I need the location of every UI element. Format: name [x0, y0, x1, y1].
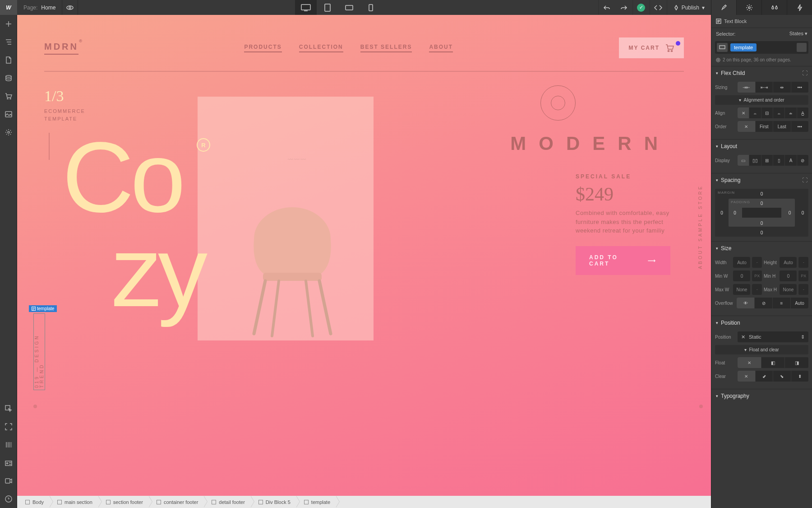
display-flex[interactable]: ▯▯	[749, 155, 761, 166]
states-dropdown[interactable]: States ▾	[789, 31, 807, 37]
page-name[interactable]: Home	[41, 5, 62, 11]
crumb-container-footer[interactable]: container footer	[148, 496, 203, 508]
overflow-scroll[interactable]: ≡	[773, 298, 791, 308]
display-inline[interactable]: A	[785, 155, 797, 166]
crumb-body[interactable]: Body	[17, 496, 49, 508]
video-button[interactable]	[0, 472, 17, 490]
nav-about[interactable]: ABOUT	[429, 44, 453, 52]
pages-button[interactable]	[0, 51, 17, 69]
device-tablet[interactable]	[317, 0, 338, 15]
align-reset[interactable]: ✕	[738, 107, 749, 118]
selector-device-icon[interactable]	[717, 43, 728, 52]
add-element-button[interactable]	[0, 15, 17, 33]
cms-button[interactable]	[0, 69, 17, 87]
style-tab[interactable]	[711, 0, 736, 15]
add-to-cart-button[interactable]: ADD TO CART ⟶	[576, 246, 670, 275]
width-unit[interactable]: -	[752, 257, 762, 268]
minw-unit[interactable]: PX	[752, 270, 762, 281]
align-stretch[interactable]: ⫨	[785, 107, 797, 118]
order-first[interactable]: First	[756, 121, 774, 132]
clear-left[interactable]: ⬋	[756, 371, 774, 382]
spacing-editor[interactable]: MARGIN 0 0 0 0 PADDING 0 0 0 0	[715, 189, 808, 237]
float-right[interactable]: ◨	[785, 357, 808, 368]
float-none[interactable]: ✕	[738, 357, 761, 368]
sizing-shrink[interactable]: ⇥⇤	[738, 82, 756, 93]
maxw-unit[interactable]: -	[752, 284, 762, 295]
nav-bestsellers[interactable]: BEST SELLERS	[360, 44, 412, 52]
redo-button[interactable]	[615, 0, 632, 15]
grid-button[interactable]	[0, 436, 17, 454]
expand-icon[interactable]: ⛶	[802, 177, 807, 183]
align-center[interactable]: ⊟	[761, 107, 773, 118]
class-chip[interactable]: template	[730, 43, 757, 51]
edit-mode-button[interactable]	[0, 400, 17, 418]
order-last[interactable]: Last	[773, 121, 791, 132]
nav-products[interactable]: PRODUCTS	[244, 44, 281, 52]
section-size[interactable]: ▾Size	[711, 242, 812, 255]
minh-input[interactable]: 0	[780, 270, 797, 281]
device-phone[interactable]	[360, 0, 382, 15]
expand-icon[interactable]: ⛶	[802, 70, 807, 76]
maxw-input[interactable]: None	[733, 284, 750, 295]
code-button[interactable]	[650, 0, 667, 15]
crumb-template[interactable]: template	[296, 496, 336, 508]
overflow-visible[interactable]: 👁	[737, 298, 755, 308]
settings-tab[interactable]	[736, 0, 761, 15]
navigator-button[interactable]	[0, 33, 17, 51]
effects-tab[interactable]	[787, 0, 812, 15]
maxh-unit[interactable]: -	[798, 284, 808, 295]
pager-left[interactable]	[33, 405, 37, 408]
display-none[interactable]: ⊘	[797, 155, 808, 166]
float-clear-toggle[interactable]: ▾Float and clear	[715, 345, 808, 354]
align-baseline[interactable]: A̲	[797, 107, 808, 118]
minh-unit[interactable]: PX	[798, 270, 808, 281]
align-end[interactable]: ⫠	[773, 107, 785, 118]
focus-button[interactable]	[0, 418, 17, 436]
sizing-grow[interactable]: ⇤⇥	[756, 82, 774, 93]
ecommerce-button[interactable]	[0, 87, 17, 105]
width-input[interactable]: Auto	[733, 257, 750, 268]
trend-vertical-text[interactable]: 019 — DESIGN TREND	[33, 313, 45, 390]
settings-button[interactable]	[0, 123, 17, 141]
clear-both[interactable]: ⬍	[791, 371, 809, 382]
align-start[interactable]: ⫠	[749, 107, 761, 118]
maxh-input[interactable]: None	[780, 284, 797, 295]
sizing-none[interactable]: ⇹	[773, 82, 791, 93]
crumb-detail-footer[interactable]: detail footer	[203, 496, 250, 508]
display-inline-block[interactable]: ▯	[773, 155, 785, 166]
order-reset[interactable]: ✕	[738, 121, 756, 132]
section-layout[interactable]: ▾Layout	[711, 140, 812, 153]
publish-button[interactable]: Publish ▾	[667, 0, 711, 15]
align-order-toggle[interactable]: ▾Alignment and order	[715, 95, 808, 105]
section-typography[interactable]: ▾Typography	[711, 389, 812, 403]
float-left[interactable]: ◧	[761, 357, 785, 368]
section-position[interactable]: ▾Position	[711, 316, 812, 330]
height-input[interactable]: Auto	[780, 257, 797, 268]
crumb-main-section[interactable]: main section	[49, 496, 98, 508]
webflow-logo[interactable]: W	[0, 0, 17, 15]
display-block[interactable]: ▭	[738, 155, 749, 166]
height-unit[interactable]: -	[798, 257, 808, 268]
section-flex-child[interactable]: ▾Flex Child⛶	[711, 66, 812, 80]
selector-input[interactable]: template	[715, 41, 808, 54]
canvas[interactable]: MDRN® PRODUCTS COLLECTION BEST SELLERS A…	[17, 15, 711, 508]
undo-button[interactable]	[598, 0, 615, 15]
display-grid[interactable]: ⊞	[761, 155, 773, 166]
clear-none[interactable]: ✕	[738, 371, 756, 382]
minw-input[interactable]: 0	[733, 270, 750, 281]
crumb-div-block[interactable]: Div Block 5	[250, 496, 296, 508]
clear-right[interactable]: ⬊	[773, 371, 791, 382]
preview-toggle[interactable]	[62, 0, 78, 15]
pager-right[interactable]	[699, 405, 703, 408]
brand-logo[interactable]: MDRN®	[44, 42, 78, 55]
cart-button[interactable]: MY CART	[619, 37, 684, 58]
status-button[interactable]: ✓	[632, 0, 650, 15]
order-more[interactable]: •••	[791, 121, 809, 132]
crumb-section-footer[interactable]: section footer	[98, 496, 148, 508]
interactions-tab[interactable]	[761, 0, 787, 15]
sizing-more[interactable]: •••	[791, 82, 809, 93]
device-tablet-landscape[interactable]	[338, 0, 360, 15]
help-button[interactable]	[0, 490, 17, 508]
selector-menu[interactable]	[797, 43, 807, 52]
overflow-hidden[interactable]: ⊘	[755, 298, 773, 308]
